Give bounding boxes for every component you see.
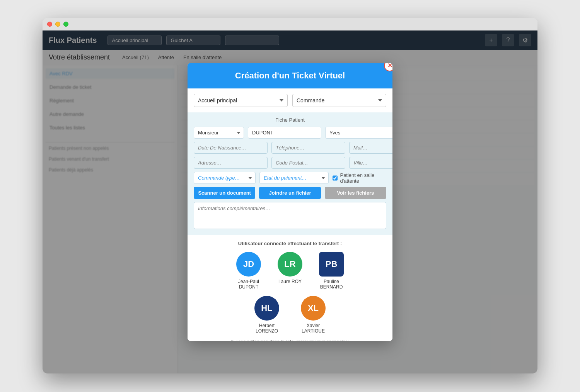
user-avatar-xl[interactable]: XL Xavier LARTIGUE <box>296 296 331 334</box>
user-section: Utilisateur connecté effectuant le trans… <box>188 235 392 341</box>
user-avatar-pb[interactable]: PB Pauline BERNARD <box>314 252 349 290</box>
form-row-3 <box>194 157 386 169</box>
modal-title: Création d'un Ticket Virtuel <box>235 71 345 80</box>
avatar-pb: PB <box>319 252 344 277</box>
date-naissance-field[interactable] <box>194 142 268 154</box>
code-postal-field[interactable] <box>271 157 345 169</box>
avatar-hl: HL <box>254 296 279 321</box>
fiche-patient-label: Fiche Patient <box>194 117 386 123</box>
accueil-select[interactable]: Accueil principal <box>194 94 288 107</box>
user-name-lr: Laure ROY <box>278 279 302 284</box>
voir-button[interactable]: Voir les fichiers <box>325 187 386 199</box>
titlebar <box>43 18 537 31</box>
fiche-patient-section: Fiche Patient Monsieur Madame <box>188 112 392 235</box>
patient-attente-row: Patient en salle d'attente <box>333 172 386 184</box>
maximize-button[interactable] <box>63 22 68 27</box>
avatar-xl: XL <box>301 296 326 321</box>
mail-field[interactable] <box>349 142 392 154</box>
main-window: Flux Patients Accueil principal Guichet … <box>43 18 537 373</box>
scanner-button[interactable]: Scanner un document <box>194 187 255 199</box>
user-name-jd: Jean-Paul DUPONT <box>231 279 266 290</box>
user-avatar-jd[interactable]: JD Jean-Paul DUPONT <box>231 252 266 290</box>
commande-type-select[interactable]: Commande type… <box>194 172 256 184</box>
joindre-button[interactable]: Joindre un fichier <box>259 187 321 199</box>
form-row-2 <box>194 142 386 154</box>
civilite-select[interactable]: Monsieur Madame <box>194 127 244 139</box>
user-name-pb: Pauline BERNARD <box>314 279 349 290</box>
telephone-field[interactable] <box>271 142 345 154</box>
app-background: Flux Patients Accueil principal Guichet … <box>43 31 537 373</box>
nom-field[interactable] <box>248 127 321 139</box>
adresse-field[interactable] <box>194 157 268 169</box>
action-buttons: Scanner un document Joindre un fichier V… <box>194 187 386 199</box>
user-avatar-lr[interactable]: LR Laure ROY <box>278 252 302 290</box>
commande-select[interactable]: Commande <box>292 94 386 107</box>
modal-header: Création d'un Ticket Virtuel ✕ <box>188 63 392 88</box>
avatar-jd: JD <box>236 252 261 277</box>
user-section-title: Utilisateur connecté effectuant le trans… <box>194 241 386 246</box>
user-avatars-row-2: HL Herbert LORENZO XL Xavier LARTIGUE <box>194 296 386 334</box>
modal-overlay: Création d'un Ticket Virtuel ✕ Accueil p… <box>43 31 537 373</box>
user-name-hl: Herbert LORENZO <box>249 323 284 334</box>
minimize-button[interactable] <box>55 22 60 27</box>
user-name-xl: Xavier LARTIGUE <box>296 323 331 334</box>
prenom-field[interactable] <box>325 127 392 139</box>
user-avatar-hl[interactable]: HL Herbert LORENZO <box>249 296 284 334</box>
avatar-lr: LR <box>278 252 302 277</box>
patient-attente-checkbox[interactable] <box>333 175 338 181</box>
form-row-4: Commande type… Etat du paiement… Patient… <box>194 172 386 184</box>
modal-body: Accueil principal Commande Fiche Patient… <box>188 88 392 341</box>
modal-dialog: Création d'un Ticket Virtuel ✕ Accueil p… <box>188 63 392 341</box>
patient-attente-label: Patient en salle d'attente <box>340 172 386 184</box>
info-complementaires-textarea[interactable] <box>194 202 386 229</box>
ville-field[interactable] <box>349 157 392 169</box>
modal-close-button[interactable]: ✕ <box>384 63 392 71</box>
login-section: Si vous n'êtes pas dans la liste, merci … <box>194 339 386 341</box>
modal-top-selects: Accueil principal Commande <box>188 88 392 112</box>
form-row-1: Monsieur Madame <box>194 127 386 139</box>
etat-paiement-select[interactable]: Etat du paiement… <box>259 172 329 184</box>
close-button[interactable] <box>47 22 52 27</box>
login-label: Si vous n'êtes pas dans la liste, merci … <box>200 339 380 341</box>
user-avatars-row-1: JD Jean-Paul DUPONT LR Laure ROY PB Paul… <box>194 252 386 290</box>
